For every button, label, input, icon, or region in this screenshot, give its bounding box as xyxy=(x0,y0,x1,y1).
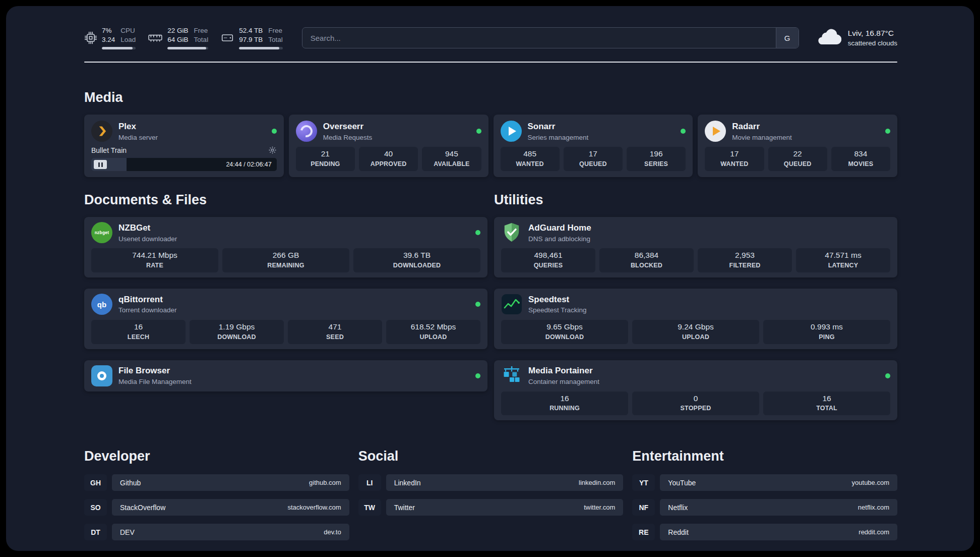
weather-widget: Lviv, 16.87°C scattered clouds xyxy=(817,29,897,47)
youtube-icon: YT xyxy=(632,474,655,491)
search-bar[interactable]: G xyxy=(302,27,799,48)
bookmark-youtube[interactable]: YT YouTube youtube.com xyxy=(632,474,897,491)
top-bar: 7% 3.24 CPU Load 22 GiB xyxy=(84,26,897,49)
app-subtitle: Media Requests xyxy=(323,134,373,141)
app-card-filebrowser[interactable]: File Browser Media File Management xyxy=(84,360,487,392)
stat-tile: 0 STOPPED xyxy=(632,392,759,416)
overseerr-icon xyxy=(296,121,317,142)
bookmark-name: Netflix xyxy=(668,504,688,512)
now-playing-title: Bullet Train xyxy=(91,146,127,154)
app-name: Speedtest xyxy=(528,295,587,305)
disk-total-value: 97.9 TB xyxy=(239,35,263,44)
disk-free-value: 52.4 TB xyxy=(239,26,263,35)
ram-free-label: Free xyxy=(194,26,209,35)
cpu-load-value: 3.24 xyxy=(102,35,115,44)
stat-tile: 2,953 FILTERED xyxy=(698,248,792,272)
section-documents: Documents & Files nzbget NZBGet Usenet d… xyxy=(84,192,487,420)
stat-tile: 945 AVAILABLE xyxy=(422,147,481,171)
bookmark-url: twitter.com xyxy=(584,504,615,511)
app-card-portainer[interactable]: Media Portainer Container management 16 … xyxy=(494,360,897,421)
cpu-monitor: 7% 3.24 CPU Load xyxy=(84,26,136,49)
seek-bar[interactable]: 24:44 / 02:06:47 xyxy=(91,158,277,171)
cpu-load-label: Load xyxy=(120,35,136,44)
bookmark-url: netflix.com xyxy=(858,504,889,511)
section-media: Media Plex Media server Bullet Train xyxy=(84,90,897,177)
bookmark-name: StackOverflow xyxy=(120,504,165,512)
disk-monitor: 52.4 TB 97.9 TB Free Total xyxy=(220,26,283,49)
twitter-icon: TW xyxy=(358,499,381,516)
ram-free-value: 22 GiB xyxy=(167,26,188,35)
stat-tile: 16 RUNNING xyxy=(501,392,628,416)
app-name: Sonarr xyxy=(528,122,589,132)
app-card-radarr[interactable]: Radarr Movie management 17 WANTED 22 QUE… xyxy=(698,115,897,177)
netflix-icon: NF xyxy=(632,499,655,516)
ram-monitor: 22 GiB 64 GiB Free Total xyxy=(148,26,208,49)
stat-tile: 834 MOVIES xyxy=(831,147,890,171)
bookmark-dev[interactable]: DT DEV dev.to xyxy=(84,524,349,540)
section-title-entertainment: Entertainment xyxy=(632,449,897,464)
cpu-usage-value: 7% xyxy=(102,26,115,35)
filebrowser-icon xyxy=(91,365,112,386)
app-card-adguard[interactable]: AdGuard Home DNS and adblocking 498,461 … xyxy=(494,217,897,277)
dev-icon: DT xyxy=(84,524,107,540)
bookmark-url: github.com xyxy=(309,479,341,486)
section-title-documents: Documents & Files xyxy=(84,192,487,208)
stat-tile: 17 QUEUED xyxy=(564,147,623,171)
disk-usage-bar xyxy=(239,47,283,49)
stat-tile: 618.52 Mbps UPLOAD xyxy=(386,320,480,344)
stat-tile: 744.21 Mbps RATE xyxy=(91,248,218,272)
bookmark-name: YouTube xyxy=(668,479,696,487)
status-indicator xyxy=(475,302,480,307)
radarr-icon xyxy=(705,121,726,142)
app-card-nzbget[interactable]: nzbget NZBGet Usenet downloader 744.21 M… xyxy=(84,217,487,277)
bookmark-linkedin[interactable]: LI LinkedIn linkedin.com xyxy=(358,474,624,491)
ram-usage-bar xyxy=(167,47,208,49)
app-card-sonarr[interactable]: Sonarr Series management 485 WANTED 17 Q… xyxy=(494,115,693,177)
bookmark-reddit[interactable]: RE Reddit reddit.com xyxy=(632,524,897,540)
app-card-plex[interactable]: Plex Media server Bullet Train 24:44 / 0… xyxy=(84,115,284,177)
stat-tile: 9.65 Gbps DOWNLOAD xyxy=(501,320,628,344)
playback-time: 24:44 / 02:06:47 xyxy=(226,161,271,168)
app-subtitle: Media File Management xyxy=(118,378,192,385)
search-input[interactable] xyxy=(302,28,776,48)
app-name: NZBGet xyxy=(118,223,177,233)
app-name: Overseerr xyxy=(323,122,373,132)
pause-button[interactable] xyxy=(94,160,107,169)
app-subtitle: Torrent downloader xyxy=(118,306,177,314)
app-card-qbittorrent[interactable]: qb qBittorrent Torrent downloader 16 LEE… xyxy=(84,289,487,349)
section-title-media: Media xyxy=(84,90,897,105)
weather-location: Lviv, 16.87°C xyxy=(848,29,897,38)
app-card-overseerr[interactable]: Overseerr Media Requests 21 PENDING 40 A… xyxy=(289,115,488,177)
gear-icon[interactable] xyxy=(268,146,277,154)
status-indicator xyxy=(475,230,480,235)
stat-tile: 86,384 BLOCKED xyxy=(599,248,694,272)
ram-icon xyxy=(148,31,163,44)
bookmark-url: linkedin.com xyxy=(579,479,615,486)
bookmark-github[interactable]: GH Github github.com xyxy=(84,474,349,491)
status-indicator xyxy=(476,129,481,134)
stat-tile: 0.993 ms PING xyxy=(763,320,890,344)
bookmark-name: Github xyxy=(120,479,141,487)
app-name: AdGuard Home xyxy=(528,223,591,233)
section-title-utilities: Utilities xyxy=(494,192,897,208)
bookmark-twitter[interactable]: TW Twitter twitter.com xyxy=(358,499,624,516)
ram-total-value: 64 GiB xyxy=(167,35,188,44)
search-engine-button[interactable]: G xyxy=(776,28,799,48)
stat-tile: 1.19 Gbps DOWNLOAD xyxy=(190,320,284,344)
section-developer: Developer GH Github github.com SO StackO… xyxy=(84,449,349,540)
disk-total-label: Total xyxy=(268,35,283,44)
app-card-speedtest[interactable]: Speedtest Speedtest Tracking 9.65 Gbps D… xyxy=(494,289,897,349)
github-icon: GH xyxy=(84,474,107,491)
bookmark-netflix[interactable]: NF Netflix netflix.com xyxy=(632,499,897,516)
stat-tile: 471 SEED xyxy=(288,320,382,344)
app-name: Radarr xyxy=(732,122,792,132)
bookmark-stackoverflow[interactable]: SO StackOverflow stackoverflow.com xyxy=(84,499,349,516)
ram-total-label: Total xyxy=(194,35,209,44)
divider xyxy=(84,62,897,63)
qbittorrent-icon: qb xyxy=(91,294,112,315)
stackoverflow-icon: SO xyxy=(84,499,107,516)
speedtest-icon xyxy=(501,294,522,315)
weather-condition: scattered clouds xyxy=(848,39,897,47)
app-subtitle: Movie management xyxy=(732,134,792,141)
plex-icon xyxy=(91,121,112,142)
